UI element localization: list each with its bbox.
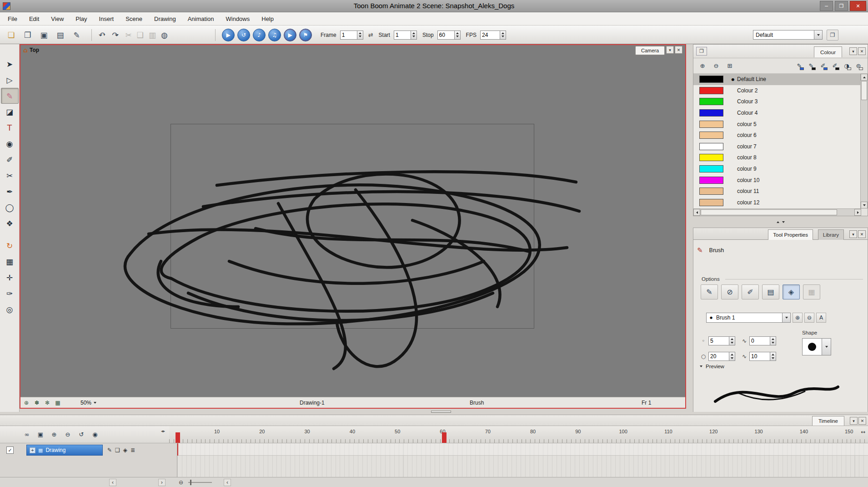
contour-smoothness-input[interactable] bbox=[749, 352, 770, 361]
scrollbar-thumb[interactable] bbox=[701, 209, 837, 215]
dropper-tool[interactable]: ✒ bbox=[1, 183, 19, 199]
colour-menu-button[interactable]: ▾ bbox=[849, 47, 857, 55]
timeline-close-button[interactable]: ✕ bbox=[858, 417, 866, 425]
paint-tool[interactable]: ◉ bbox=[1, 136, 19, 152]
swatch-mode-button[interactable]: ◑ bbox=[841, 61, 852, 71]
show-all-columns-button[interactable]: ∞ bbox=[22, 430, 32, 440]
tab-tool-properties[interactable]: Tool Properties bbox=[768, 229, 813, 240]
remove-colour-button[interactable]: ⊖ bbox=[711, 61, 722, 71]
grid-tool[interactable]: ▦ bbox=[1, 254, 19, 269]
frame-stepper[interactable] bbox=[357, 30, 363, 40]
colour-swatch-row[interactable]: colour 11 bbox=[693, 186, 868, 197]
delete-layer-button[interactable]: ⊖ bbox=[63, 430, 73, 440]
scroll-down-button[interactable] bbox=[861, 202, 868, 208]
line-colour-black-button[interactable]: ✎ bbox=[806, 61, 817, 71]
max-size-stepper[interactable] bbox=[729, 352, 735, 361]
preview-section-toggle[interactable]: Preview bbox=[700, 364, 724, 369]
text-tool[interactable]: T bbox=[1, 120, 19, 136]
start-stepper[interactable] bbox=[411, 30, 417, 40]
zoom-control[interactable]: 50% bbox=[80, 400, 96, 406]
colour-editor-button[interactable]: ⊜ bbox=[853, 61, 864, 71]
menu-item[interactable]: Help bbox=[256, 13, 280, 25]
camera-view[interactable]: ⌂ Top Camera ▾✕ ⊕✽✻▦ 50% Drawing-1 Brush… bbox=[20, 44, 686, 409]
stop-input[interactable] bbox=[437, 30, 455, 40]
add-colour-button[interactable]: ⊕ bbox=[697, 61, 708, 71]
rename-preset-button[interactable]: A bbox=[816, 313, 826, 323]
auto-flatten-button[interactable]: ▦ bbox=[803, 284, 820, 299]
onion-skin-tool[interactable]: ◎ bbox=[1, 301, 19, 317]
min-size-stepper[interactable] bbox=[729, 336, 735, 345]
sound-scrubbing-button[interactable]: ♫ bbox=[268, 29, 281, 41]
brush-mode-button[interactable]: ✎ bbox=[701, 284, 718, 299]
layers-icon[interactable]: ≣ bbox=[130, 447, 135, 453]
menu-item[interactable]: File bbox=[2, 13, 23, 25]
frame-next-button[interactable]: › bbox=[158, 479, 166, 486]
colour-swatch-row[interactable]: colour 7 bbox=[693, 141, 868, 152]
edit-pencil-icon[interactable]: ✎ bbox=[107, 447, 112, 453]
panel-splitter[interactable] bbox=[693, 216, 868, 228]
save-button[interactable]: ▣ bbox=[36, 28, 51, 42]
effects-button[interactable]: ↺ bbox=[76, 430, 86, 440]
colour-swatch-row[interactable]: colour 8 bbox=[693, 152, 868, 163]
frame-input[interactable] bbox=[340, 30, 357, 40]
test-movie-button[interactable]: ⚑ bbox=[299, 29, 312, 41]
paste-button[interactable]: ▥ bbox=[146, 28, 157, 42]
data-view-button[interactable]: ▣ bbox=[35, 430, 45, 440]
colour-horizontal-scrollbar[interactable] bbox=[693, 208, 861, 216]
timeline-zoom-slider[interactable] bbox=[188, 482, 212, 483]
ellipse-tool[interactable]: ◯ bbox=[1, 199, 19, 215]
contour-editor-tool[interactable]: ▷ bbox=[1, 72, 19, 88]
tab-colour[interactable]: Colour bbox=[814, 46, 842, 57]
print-button[interactable]: ▤ bbox=[53, 28, 68, 42]
contour-smoothness-stepper[interactable] bbox=[770, 352, 776, 361]
draw-behind-button[interactable]: ✐ bbox=[742, 284, 759, 299]
canvas-drawing[interactable] bbox=[119, 156, 587, 374]
menu-item[interactable]: Edit bbox=[23, 13, 45, 25]
colour-swatch-row[interactable]: colour 6 bbox=[693, 130, 868, 141]
brush-preset-dropdown[interactable]: ● Brush 1 bbox=[706, 313, 783, 323]
colour-swatch-row[interactable]: colour 10 bbox=[693, 174, 868, 186]
timeline-menu-button[interactable]: ▾ bbox=[850, 417, 858, 425]
cutter-tool[interactable]: ✂ bbox=[1, 167, 19, 183]
scrollbar-thumb[interactable] bbox=[861, 81, 867, 100]
fps-input[interactable] bbox=[480, 30, 500, 40]
new-preset-button[interactable]: ⊕ bbox=[793, 313, 803, 323]
smoothness-input[interactable] bbox=[749, 336, 770, 345]
layer-visibility-checkbox[interactable]: ✓ bbox=[6, 446, 14, 454]
toolprops-close-button[interactable]: ✕ bbox=[858, 230, 866, 238]
view-menu-button[interactable]: ▾ bbox=[666, 46, 674, 54]
colour-swatch-row[interactable]: colour 9 bbox=[693, 163, 868, 175]
new-button[interactable]: ❏ bbox=[4, 28, 19, 42]
preset-dropdown-caret[interactable] bbox=[783, 313, 791, 323]
render-and-play-button[interactable]: ▶ bbox=[284, 29, 296, 41]
brush-tool[interactable]: ✎ bbox=[1, 88, 19, 104]
tab-timeline[interactable]: Timeline bbox=[812, 416, 844, 426]
add-texture-button[interactable]: ⊞ bbox=[724, 61, 735, 71]
stop-frame-marker[interactable] bbox=[442, 432, 447, 443]
scroll-right-button[interactable] bbox=[854, 209, 861, 216]
colour-swatch-row[interactable]: ● Default Line bbox=[693, 74, 868, 85]
cut-button[interactable]: ✂ bbox=[123, 28, 133, 42]
tab-camera[interactable]: Camera bbox=[635, 46, 665, 55]
timeline-splitter-handle[interactable]: ◂▸ bbox=[161, 429, 165, 433]
expand-layer-button[interactable]: + bbox=[30, 447, 35, 453]
draw-behind-off-button[interactable]: ⊘ bbox=[721, 284, 738, 299]
eraser-tool[interactable]: ◪ bbox=[1, 104, 19, 120]
display-dropdown-caret[interactable] bbox=[814, 30, 823, 40]
open-button[interactable]: ❐ bbox=[20, 28, 35, 42]
play-button[interactable]: ▶ bbox=[222, 29, 235, 41]
redo-button[interactable]: ↷▾ bbox=[110, 28, 121, 42]
fps-stepper[interactable] bbox=[500, 30, 506, 40]
hand-tool[interactable]: ❖ bbox=[1, 215, 19, 231]
menu-item[interactable]: Animation bbox=[182, 13, 220, 25]
sound-button[interactable]: ♪ bbox=[253, 29, 266, 41]
minimize-button[interactable]: ─ bbox=[820, 1, 833, 11]
start-input[interactable] bbox=[394, 30, 411, 40]
smoothness-stepper[interactable] bbox=[770, 336, 776, 345]
collapse-panel-button[interactable]: ‹ bbox=[224, 479, 231, 486]
copy-button[interactable]: ❑ bbox=[135, 28, 145, 42]
auto-fill-button[interactable]: ▤ bbox=[762, 284, 779, 299]
display-dropdown[interactable]: Default bbox=[753, 30, 814, 40]
ruler-resize-icon[interactable]: ↔ bbox=[861, 429, 865, 435]
menu-item[interactable]: View bbox=[45, 13, 70, 25]
